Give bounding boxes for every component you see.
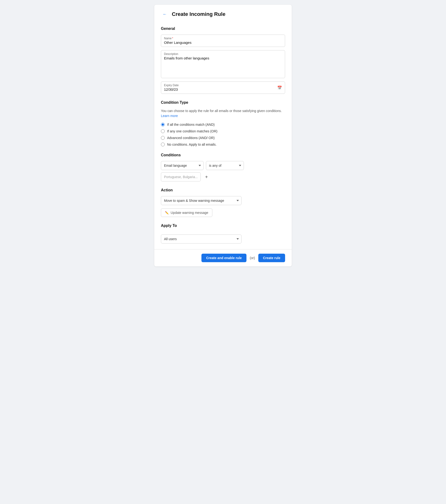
expiry-input-wrapper: Expiry Date 📅 <box>161 81 285 94</box>
radio-or-label: If any one condition matches (OR) <box>167 129 217 133</box>
back-button[interactable]: ← <box>161 10 168 18</box>
description-input-wrapper: Description Emails from other languages <box>161 50 285 78</box>
expiry-input[interactable] <box>164 87 282 91</box>
conditions-section-title: Conditions <box>161 153 285 157</box>
conditions-section: Conditions Email language Subject From T… <box>161 153 285 181</box>
radio-and-label: If all the conditions match (AND) <box>167 123 215 126</box>
update-warning-button[interactable]: ✏️ Update warning message <box>161 208 212 217</box>
radio-advanced[interactable]: Advanced conditions (AND/ OR) <box>161 136 285 140</box>
radio-advanced-label: Advanced conditions (AND/ OR) <box>167 136 215 140</box>
description-input[interactable]: Emails from other languages <box>164 56 282 75</box>
name-input[interactable] <box>164 40 282 45</box>
add-condition-button[interactable]: + <box>203 173 210 181</box>
name-field-group: Name* <box>161 35 285 47</box>
radio-or-input[interactable] <box>161 129 165 133</box>
radio-none[interactable]: No conditions. Apply to all emails. <box>161 143 285 146</box>
condition-type-section-title: Condition Type <box>161 100 285 105</box>
pencil-icon: ✏️ <box>165 211 169 215</box>
description-label: Description <box>164 52 282 56</box>
condition-operator-select[interactable]: is any of is none of contains does not c… <box>206 161 244 170</box>
apply-to-section: Apply To All users Specific users <box>161 224 285 243</box>
general-section: General Name* Description Emails from ot… <box>161 27 285 94</box>
condition-type-description: You can choose to apply the rule for all… <box>161 108 285 118</box>
condition-value-display[interactable]: Portuguese, Bulgaria... <box>161 172 201 181</box>
back-arrow-icon: ← <box>163 12 167 17</box>
update-warning-label: Update warning message <box>171 211 208 215</box>
footer-or-label: (or) <box>250 256 255 260</box>
action-select-wrapper: Move to spam & Show warning message Move… <box>161 196 285 205</box>
action-section-title: Action <box>161 188 285 192</box>
conditions-row: Email language Subject From To is any of… <box>161 161 285 181</box>
radio-none-input[interactable] <box>161 143 165 146</box>
name-label: Name* <box>164 37 282 40</box>
required-indicator: * <box>172 37 173 40</box>
create-enable-button[interactable]: Create and enable rule <box>202 254 246 262</box>
apply-to-section-title: Apply To <box>161 224 285 228</box>
general-section-title: General <box>161 27 285 31</box>
calendar-icon[interactable]: 📅 <box>277 86 282 90</box>
radio-or[interactable]: If any one condition matches (OR) <box>161 129 285 133</box>
condition-type-radio-group: If all the conditions match (AND) If any… <box>161 123 285 146</box>
page-title: Create Incoming Rule <box>172 11 225 17</box>
learn-more-link[interactable]: Learn more <box>161 114 178 118</box>
apply-to-select[interactable]: All users Specific users <box>161 234 242 243</box>
radio-and[interactable]: If all the conditions match (AND) <box>161 123 285 126</box>
content: General Name* Description Emails from ot… <box>154 23 292 249</box>
page-container: ← Create Incoming Rule General Name* Des… <box>154 5 292 267</box>
action-section: Action Move to spam & Show warning messa… <box>161 188 285 217</box>
expiry-field-group: Expiry Date 📅 <box>161 81 285 94</box>
expiry-label: Expiry Date <box>164 84 282 87</box>
footer: Create and enable rule (or) Create rule <box>154 249 292 267</box>
description-field-group: Description Emails from other languages <box>161 50 285 78</box>
create-rule-button[interactable]: Create rule <box>258 254 285 262</box>
radio-none-label: No conditions. Apply to all emails. <box>167 143 217 146</box>
radio-and-input[interactable] <box>161 123 165 126</box>
radio-advanced-input[interactable] <box>161 136 165 140</box>
action-select[interactable]: Move to spam & Show warning message Move… <box>161 196 242 205</box>
condition-type-section: Condition Type You can choose to apply t… <box>161 100 285 146</box>
name-input-wrapper: Name* <box>161 35 285 47</box>
header: ← Create Incoming Rule <box>154 5 292 23</box>
condition-type-select[interactable]: Email language Subject From To <box>161 161 204 170</box>
